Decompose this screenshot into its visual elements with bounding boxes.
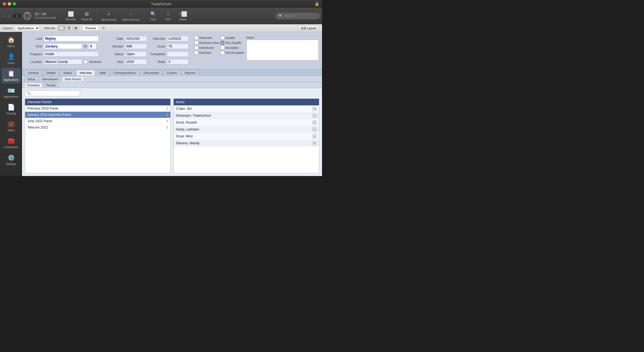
layout-select[interactable]: Applications xyxy=(15,26,40,31)
not-accepted-checkbox[interactable] xyxy=(221,51,224,55)
notes-textarea[interactable] xyxy=(246,40,319,60)
separator-1 xyxy=(61,10,61,22)
returned-checkbox[interactable] xyxy=(194,36,198,40)
sidebar-item-users[interactable]: 👤 Users xyxy=(1,51,21,67)
sidebar-item-training[interactable]: 📄 Training xyxy=(1,102,21,117)
declined-intvw-checkbox[interactable] xyxy=(194,41,198,45)
tab-web[interactable]: Web xyxy=(96,70,109,76)
number-input[interactable] xyxy=(125,44,147,49)
panel-row-2[interactable]: June 2022 Panel 2 xyxy=(25,118,170,124)
tab-documents[interactable]: Documents xyxy=(140,70,163,76)
name-row-3-remove[interactable]: ✕ xyxy=(312,127,317,132)
window-controls[interactable] xyxy=(3,2,16,6)
paneltab-panels[interactable]: Panels xyxy=(43,82,59,88)
sort-button[interactable]: ↕ Sort xyxy=(161,10,175,22)
sort-label: Sort xyxy=(165,18,170,21)
preview-button[interactable]: Preview xyxy=(82,26,99,31)
indentured-label: Indentured xyxy=(199,46,214,49)
find-icon: 🔍 xyxy=(150,11,156,17)
tab-details[interactable]: Details xyxy=(43,70,59,76)
program-input[interactable] xyxy=(44,51,99,57)
tab-status[interactable]: Status xyxy=(60,70,76,76)
name-row-2-remove[interactable]: ✕ xyxy=(312,120,317,125)
indentured-checkbox[interactable] xyxy=(194,46,198,50)
form-checks-col2: Qualify ✕ Non Qualify Accepted Not Accep… xyxy=(221,36,243,66)
panel-search-input[interactable] xyxy=(32,91,78,95)
qualify-checkbox[interactable] xyxy=(221,36,224,40)
maximize-button[interactable] xyxy=(13,2,16,6)
name-row-5-remove[interactable]: ✕ xyxy=(312,141,317,145)
sidebar-item-applications[interactable]: 📋 Applications xyxy=(1,68,21,84)
back-button[interactable]: ‹ xyxy=(2,13,6,19)
app-title: TradeSchool xyxy=(151,2,171,6)
panel-row-1[interactable]: January 2018 Interview Panel 6 xyxy=(25,112,170,118)
delete-record-button[interactable]: － Delete Record xyxy=(120,10,142,22)
date-input[interactable] xyxy=(125,36,147,41)
first-input[interactable] xyxy=(44,44,82,49)
last-input[interactable] xyxy=(44,36,99,41)
panel-row-3[interactable]: Telecom 2022 0 xyxy=(25,124,170,131)
separator-2 xyxy=(96,10,97,22)
edit-layout-button[interactable]: Edit Layout xyxy=(298,26,319,31)
date-label: Date xyxy=(107,37,123,40)
view-table-button[interactable]: ⊞ xyxy=(73,25,79,31)
sub-tabs: Setup Interviewers Web Panels xyxy=(22,76,322,82)
paneltab-panelists[interactable]: Panelists xyxy=(24,82,43,88)
score-input[interactable] xyxy=(167,44,189,49)
location-input[interactable] xyxy=(44,59,82,65)
sidebar-item-settings[interactable]: ⚙️ Settings xyxy=(1,152,21,168)
accepted-checkbox[interactable] xyxy=(221,46,224,50)
minimize-button[interactable] xyxy=(8,2,11,6)
name-row-4: Sroat, Mimi ✕ xyxy=(174,133,319,140)
title-bar: TradeSchool 🔒 xyxy=(0,0,322,8)
search-bar-area: 🔍 xyxy=(22,88,322,98)
view-list-button[interactable]: ☰ xyxy=(66,25,72,31)
subtab-setup[interactable]: Setup xyxy=(24,76,38,82)
records-button[interactable]: ⬜ Records xyxy=(63,10,78,22)
progress-circle xyxy=(23,12,31,20)
middle-input[interactable] xyxy=(88,44,96,49)
panel-row-2-count: 2 xyxy=(163,119,168,123)
status-label: Status xyxy=(107,52,123,56)
view-as-label: View As: xyxy=(44,26,56,30)
subtab-web-panels[interactable]: Web Panels xyxy=(62,76,84,82)
sidebar-item-home[interactable]: 🏠 Home xyxy=(1,34,21,50)
search-input[interactable] xyxy=(285,14,317,18)
name-row-4-remove[interactable]: ✕ xyxy=(312,134,317,138)
sidebar-item-sales[interactable]: 💼 Sales xyxy=(1,118,21,134)
rank-input[interactable] xyxy=(167,59,189,65)
status-row: Status Completed xyxy=(107,51,189,57)
find-button[interactable]: 🔍 Find xyxy=(146,10,160,22)
new-record-button[interactable]: ＋ New Record xyxy=(99,10,119,22)
status-input[interactable] xyxy=(125,51,147,57)
close-button[interactable] xyxy=(3,2,6,6)
tab-interview[interactable]: Interview xyxy=(76,70,95,76)
non-qualify-checkbox[interactable]: ✕ xyxy=(221,41,224,45)
subtab-interviewers[interactable]: Interviewers xyxy=(39,76,61,82)
declined-checkbox[interactable] xyxy=(194,51,198,55)
share-button[interactable]: ↑⬜ Share xyxy=(176,10,190,22)
score-label: Score xyxy=(149,45,165,48)
tab-correspondence[interactable]: Correspondence xyxy=(110,70,139,76)
year-input[interactable] xyxy=(125,59,147,65)
archived-label: Archived xyxy=(89,60,101,63)
tab-reports[interactable]: Reports xyxy=(181,70,199,76)
name-row-1-remove[interactable]: ✕ xyxy=(312,113,317,118)
tab-general[interactable]: General xyxy=(24,70,42,76)
panel-row-0[interactable]: February 2019 Panel 1 xyxy=(25,105,170,112)
forward-button[interactable]: › xyxy=(6,13,10,19)
completed-input[interactable] xyxy=(167,51,189,57)
sidebar-item-apprentices[interactable]: 🪪 Apprentices xyxy=(1,85,21,100)
completed-label: Completed xyxy=(149,52,165,56)
name-row-0-remove[interactable]: ✕ xyxy=(312,106,317,111)
archived-checkbox[interactable] xyxy=(84,60,88,64)
sidebar-item-contractors[interactable]: 🧰 Contractors xyxy=(1,135,21,151)
name-row-2: Good, Russell ✕ xyxy=(174,119,319,126)
delete-record-label: Delete Record xyxy=(122,18,139,21)
record-number-input[interactable]: 1 xyxy=(13,14,21,18)
delete-record-icon: － xyxy=(128,11,133,17)
view-form-button[interactable]: ⬜ xyxy=(58,25,65,31)
tab-custom[interactable]: Custom xyxy=(163,70,181,76)
interview-input[interactable] xyxy=(167,36,189,41)
show-all-button[interactable]: ⊞ Show All xyxy=(79,10,94,22)
